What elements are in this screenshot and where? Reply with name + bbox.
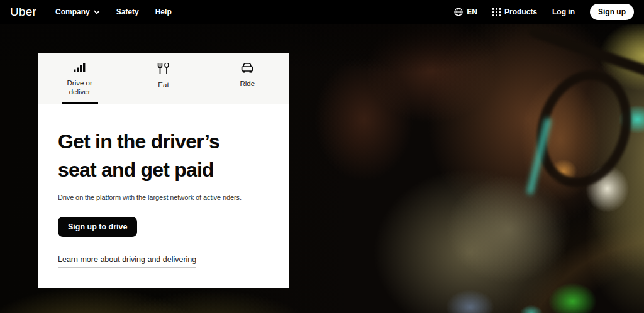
hero-card-body: Get in the driver’s seat and get paid Dr… [38,104,289,268]
nav-right-group: EN Products Log in Sign up [454,4,634,20]
grid-icon [492,8,501,16]
globe-icon [454,8,463,16]
nav-safety[interactable]: Safety [116,8,139,16]
nav-products-label: Products [504,8,537,16]
chevron-down-icon [94,10,100,14]
tab-drive-or-deliver[interactable]: Drive or deliver [38,53,121,104]
language-selector[interactable]: EN [454,8,477,16]
tab-bar: Drive or deliver Eat Ride [38,53,289,104]
hero-heading: Get in the driver’s seat and get paid [58,128,269,184]
tab-label: Drive or deliver [60,79,100,97]
tab-eat[interactable]: Eat [121,53,205,104]
signup-to-drive-button[interactable]: Sign up to drive [58,217,137,238]
hero-card: Drive or deliver Eat Ride [38,53,289,288]
glasses-rim-decor [522,58,644,200]
login-link[interactable]: Log in [552,8,575,16]
nav-help[interactable]: Help [155,8,172,16]
hero-subheading: Drive on the platform with the largest n… [58,194,269,201]
nav-company[interactable]: Company [55,8,100,16]
car-icon [241,63,253,73]
bar-chart-icon [74,63,86,72]
learn-more-link[interactable]: Learn more about driving and delivering [58,255,196,268]
tab-ride[interactable]: Ride [206,53,289,104]
language-label: EN [467,8,477,16]
active-tab-underline [62,102,98,104]
nav-products[interactable]: Products [492,8,537,16]
nav-company-label: Company [55,8,90,16]
hero-heading-line2: seat and get paid [58,156,269,184]
uber-logo[interactable]: Uber [10,5,36,19]
hero-section: Drive or deliver Eat Ride [0,24,644,313]
tab-label: Ride [240,79,255,88]
nav-left-group: Uber Company Safety Help [10,5,172,19]
hero-heading-line1: Get in the driver’s [58,128,269,156]
signup-button[interactable]: Sign up [590,4,634,20]
tab-label: Eat [158,80,169,89]
utensils-icon [157,63,170,74]
top-nav: Uber Company Safety Help EN Products Log… [0,0,644,24]
